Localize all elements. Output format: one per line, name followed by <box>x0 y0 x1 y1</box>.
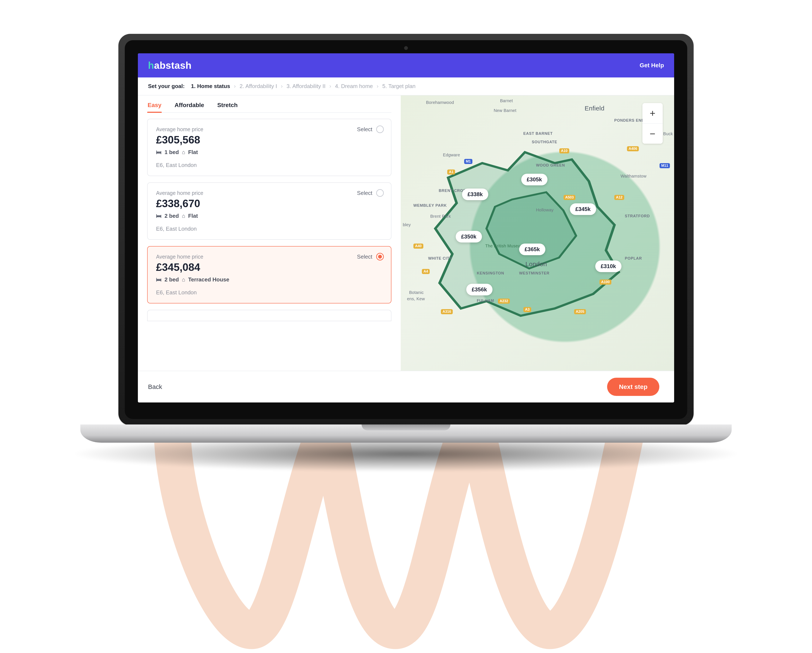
map-place-label: FULHAM <box>477 298 494 303</box>
map-zoom-control: + − <box>643 103 663 144</box>
map-price-pin[interactable]: £310k <box>595 260 621 272</box>
price-value: £338,670 <box>156 197 383 210</box>
select-radio[interactable]: Select <box>357 125 383 133</box>
breadcrumb-step-4[interactable]: 4. Dream home <box>335 83 373 90</box>
select-label: Select <box>357 190 372 196</box>
laptop-mock: habstash Get Help Set your goal: 1. Home… <box>118 34 694 443</box>
get-help-link[interactable]: Get Help <box>640 62 664 69</box>
map-price-pin[interactable]: £345k <box>570 203 596 215</box>
map-price-pin[interactable]: £356k <box>466 284 493 295</box>
bed-icon: 🛏 <box>156 276 162 283</box>
map-price-pin[interactable]: £365k <box>519 243 545 255</box>
app-screen: habstash Get Help Set your goal: 1. Home… <box>138 54 674 402</box>
map-place-label: WHITE CITY <box>428 256 452 261</box>
map-price-pin[interactable]: £338k <box>462 188 488 200</box>
breadcrumb-step-5[interactable]: 5. Target plan <box>382 83 415 90</box>
tab-stretch[interactable]: Stretch <box>217 99 238 112</box>
breadcrumb-step-1[interactable]: 1. Home status <box>191 83 230 90</box>
map-road-badge: A205 <box>574 309 586 314</box>
select-radio[interactable]: Select <box>357 189 383 197</box>
select-label: Select <box>357 254 372 260</box>
chevron-right-icon: › <box>234 83 236 90</box>
map-place-label: Buck <box>663 132 673 136</box>
beds-value: 1 bed <box>165 149 179 156</box>
map-price-pin[interactable]: £350k <box>456 231 482 243</box>
map-place-label: bley <box>403 222 411 227</box>
tab-affordable[interactable]: Affordable <box>174 99 205 112</box>
map-pane[interactable]: Borehamwood Barnet New Barnet Enfield PO… <box>401 95 674 371</box>
map-road-badge: A12 <box>614 195 624 200</box>
map-road-badge: A406 <box>627 146 639 151</box>
price-card-partial[interactable] <box>147 310 391 321</box>
map-place-label: Walthamstow <box>621 174 647 179</box>
map-place-label: Brent Park <box>430 214 451 219</box>
select-radio[interactable]: Select <box>357 253 383 260</box>
map-road-badge: A10 <box>559 148 569 153</box>
map-road-badge: A1 <box>447 170 455 174</box>
radio-icon <box>376 189 384 197</box>
map-place-label: London <box>525 260 547 268</box>
bed-icon: 🛏 <box>156 149 162 156</box>
price-card-list: Select Average home price £305,568 🛏 1 b… <box>147 119 391 371</box>
breadcrumb-lead: Set your goal: <box>148 83 185 90</box>
map-place-label: EAST BARNET <box>524 132 553 136</box>
location-label: E6, East London <box>156 289 383 296</box>
map-place-label: The British Museum <box>485 243 524 248</box>
back-button[interactable]: Back <box>148 383 162 390</box>
difficulty-tabs: Easy Affordable Stretch <box>147 99 391 113</box>
map-place-label: Borehamwood <box>426 100 454 105</box>
price-card[interactable]: Select Average home price £338,670 🛏 2 b… <box>147 182 391 240</box>
home-type: Terraced House <box>188 276 229 283</box>
map-price-pin[interactable]: £305k <box>521 174 548 185</box>
map-place-label: New Barnet <box>494 108 517 113</box>
tab-easy[interactable]: Easy <box>147 99 162 112</box>
map-road-badge: A503 <box>563 195 575 200</box>
breadcrumb-step-2[interactable]: 2. Affordability I <box>240 83 277 90</box>
price-value: £305,568 <box>156 134 383 146</box>
radio-icon <box>376 125 384 133</box>
location-label: E6, East London <box>156 226 383 232</box>
home-type: Flat <box>188 149 198 156</box>
laptop-camera <box>404 46 408 50</box>
home-icon: ⌂ <box>182 213 185 219</box>
breadcrumb-step-3[interactable]: 3. Affordability II <box>287 83 326 90</box>
beds-value: 2 bed <box>165 276 179 283</box>
map-road-badge: A40 <box>414 243 423 249</box>
brand-logo: habstash <box>148 60 192 71</box>
zoom-out-button[interactable]: − <box>643 123 663 144</box>
map-overlay: Borehamwood Barnet New Barnet Enfield PO… <box>401 95 674 371</box>
app-header: habstash Get Help <box>138 54 674 78</box>
map-road-badge: A316 <box>441 309 453 314</box>
map-place-label: Enfield <box>585 105 604 112</box>
map-place-label: WOOD GREEN <box>536 163 565 168</box>
home-icon: ⌂ <box>182 276 185 283</box>
avg-price-label: Average home price <box>156 254 383 260</box>
map-place-label: STRATFORD <box>625 214 650 219</box>
laptop-hinge-notch <box>362 425 450 430</box>
chevron-right-icon: › <box>329 83 331 90</box>
map-place-label: PONDERS END <box>614 118 644 123</box>
laptop-base <box>80 425 732 443</box>
radio-icon <box>376 253 384 260</box>
avg-price-label: Average home price <box>156 126 383 133</box>
zoom-in-button[interactable]: + <box>643 103 663 123</box>
chevron-right-icon: › <box>377 83 379 90</box>
map-road-badge: M11 <box>659 163 670 168</box>
chevron-right-icon: › <box>281 83 283 90</box>
next-step-button[interactable]: Next step <box>607 378 659 396</box>
app-footer: Back Next step <box>138 371 674 402</box>
location-label: E6, East London <box>156 162 383 168</box>
map-place-label: Barnet <box>500 98 513 103</box>
avg-price-label: Average home price <box>156 190 383 196</box>
map-place-label: ens, Kew <box>407 297 425 301</box>
card-meta: 🛏 1 bed ⌂ Flat <box>156 149 383 156</box>
card-meta: 🛏 2 bed ⌂ Terraced House <box>156 276 383 283</box>
map-place-label: Holloway <box>536 208 554 213</box>
map-place-label: KENSINGTON <box>477 271 504 275</box>
bed-icon: 🛏 <box>156 213 162 219</box>
price-card[interactable]: Select Average home price £345,084 🛏 2 b… <box>147 246 391 303</box>
map-place-label: Edgware <box>443 153 460 158</box>
map-place-label: Botanic <box>409 290 424 295</box>
price-card[interactable]: Select Average home price £305,568 🛏 1 b… <box>147 119 391 176</box>
map-road-badge: A4 <box>422 269 430 274</box>
